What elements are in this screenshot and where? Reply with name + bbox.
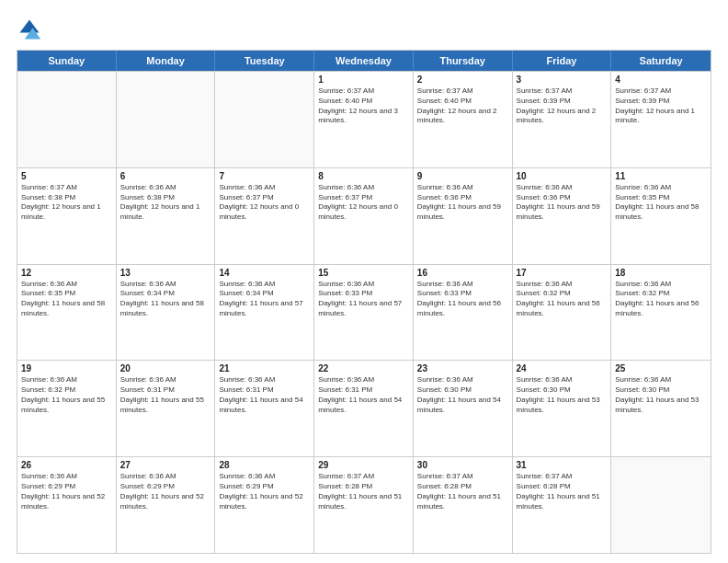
day-info: Sunrise: 6:36 AM Sunset: 6:30 PM Dayligh…: [517, 375, 608, 415]
calendar: SundayMondayTuesdayWednesdayThursdayFrid…: [17, 50, 711, 554]
calendar-cell: 2Sunrise: 6:37 AM Sunset: 6:40 PM Daylig…: [414, 72, 513, 167]
calendar-row-1: 5Sunrise: 6:37 AM Sunset: 6:38 PM Daylig…: [17, 167, 711, 264]
day-number: 8: [318, 171, 409, 181]
calendar-cell: 26Sunrise: 6:36 AM Sunset: 6:29 PM Dayli…: [17, 457, 117, 553]
day-info: Sunrise: 6:36 AM Sunset: 6:29 PM Dayligh…: [120, 472, 211, 511]
day-info: Sunrise: 6:36 AM Sunset: 6:31 PM Dayligh…: [120, 375, 211, 415]
day-number: 3: [517, 75, 608, 85]
day-number: 1: [318, 75, 409, 85]
day-info: Sunrise: 6:36 AM Sunset: 6:37 PM Dayligh…: [219, 183, 310, 223]
calendar-cell: 29Sunrise: 6:37 AM Sunset: 6:28 PM Dayli…: [314, 457, 414, 553]
day-info: Sunrise: 6:36 AM Sunset: 6:30 PM Dayligh…: [615, 375, 707, 415]
day-number: 10: [517, 171, 608, 181]
day-info: Sunrise: 6:36 AM Sunset: 6:33 PM Dayligh…: [417, 280, 508, 319]
day-info: Sunrise: 6:37 AM Sunset: 6:40 PM Dayligh…: [417, 86, 508, 126]
day-info: Sunrise: 6:37 AM Sunset: 6:28 PM Dayligh…: [517, 472, 608, 511]
day-info: Sunrise: 6:36 AM Sunset: 6:29 PM Dayligh…: [21, 472, 112, 511]
day-number: 16: [417, 268, 508, 278]
calendar-cell: 9Sunrise: 6:36 AM Sunset: 6:36 PM Daylig…: [414, 168, 513, 264]
calendar-cell: 3Sunrise: 6:37 AM Sunset: 6:39 PM Daylig…: [513, 72, 612, 167]
day-info: Sunrise: 6:36 AM Sunset: 6:37 PM Dayligh…: [318, 183, 409, 223]
calendar-cell: [215, 72, 314, 167]
day-number: 9: [417, 171, 508, 181]
day-info: Sunrise: 6:36 AM Sunset: 6:32 PM Dayligh…: [21, 375, 112, 415]
day-info: Sunrise: 6:36 AM Sunset: 6:29 PM Dayligh…: [219, 472, 310, 511]
day-info: Sunrise: 6:36 AM Sunset: 6:35 PM Dayligh…: [21, 280, 112, 319]
day-info: Sunrise: 6:36 AM Sunset: 6:31 PM Dayligh…: [318, 375, 409, 415]
calendar-cell: 15Sunrise: 6:36 AM Sunset: 6:33 PM Dayli…: [314, 265, 414, 361]
day-number: 11: [615, 171, 707, 181]
calendar-cell: 12Sunrise: 6:36 AM Sunset: 6:35 PM Dayli…: [17, 265, 117, 361]
calendar-cell: 1Sunrise: 6:37 AM Sunset: 6:40 PM Daylig…: [314, 72, 414, 167]
day-number: 14: [219, 268, 310, 278]
calendar-cell: 7Sunrise: 6:36 AM Sunset: 6:37 PM Daylig…: [215, 168, 314, 264]
calendar-cell: 27Sunrise: 6:36 AM Sunset: 6:29 PM Dayli…: [117, 457, 216, 553]
day-info: Sunrise: 6:36 AM Sunset: 6:32 PM Dayligh…: [517, 280, 608, 319]
calendar-cell: 8Sunrise: 6:36 AM Sunset: 6:37 PM Daylig…: [314, 168, 414, 264]
logo-icon: [17, 17, 42, 42]
page: SundayMondayTuesdayWednesdayThursdayFrid…: [0, 0, 728, 563]
day-number: 20: [120, 363, 211, 373]
calendar-cell: 5Sunrise: 6:37 AM Sunset: 6:38 PM Daylig…: [17, 168, 117, 264]
calendar-cell: [117, 72, 216, 167]
day-number: 15: [318, 268, 409, 278]
logo: [17, 17, 46, 42]
header-day-thursday: Thursday: [414, 51, 513, 71]
calendar-cell: 6Sunrise: 6:36 AM Sunset: 6:38 PM Daylig…: [117, 168, 216, 264]
calendar-cell: 16Sunrise: 6:36 AM Sunset: 6:33 PM Dayli…: [414, 265, 513, 361]
calendar-body: 1Sunrise: 6:37 AM Sunset: 6:40 PM Daylig…: [17, 71, 711, 553]
day-info: Sunrise: 6:37 AM Sunset: 6:28 PM Dayligh…: [318, 472, 409, 511]
calendar-cell: [611, 457, 711, 553]
calendar-cell: 20Sunrise: 6:36 AM Sunset: 6:31 PM Dayli…: [117, 361, 216, 456]
calendar-cell: 17Sunrise: 6:36 AM Sunset: 6:32 PM Dayli…: [513, 265, 612, 361]
calendar-cell: 18Sunrise: 6:36 AM Sunset: 6:32 PM Dayli…: [611, 265, 711, 361]
day-number: 2: [417, 75, 508, 85]
day-number: 19: [21, 363, 112, 373]
day-info: Sunrise: 6:36 AM Sunset: 6:31 PM Dayligh…: [219, 375, 310, 415]
header-day-tuesday: Tuesday: [215, 51, 314, 71]
day-number: 4: [615, 75, 707, 85]
calendar-cell: 30Sunrise: 6:37 AM Sunset: 6:28 PM Dayli…: [414, 457, 513, 553]
calendar-cell: 21Sunrise: 6:36 AM Sunset: 6:31 PM Dayli…: [215, 361, 314, 456]
day-number: 31: [517, 460, 608, 470]
calendar-cell: 28Sunrise: 6:36 AM Sunset: 6:29 PM Dayli…: [215, 457, 314, 553]
day-number: 25: [615, 363, 707, 373]
calendar-row-3: 19Sunrise: 6:36 AM Sunset: 6:32 PM Dayli…: [17, 360, 711, 456]
day-info: Sunrise: 6:36 AM Sunset: 6:36 PM Dayligh…: [417, 183, 508, 223]
day-info: Sunrise: 6:36 AM Sunset: 6:34 PM Dayligh…: [219, 280, 310, 319]
calendar-cell: 23Sunrise: 6:36 AM Sunset: 6:30 PM Dayli…: [414, 361, 513, 456]
day-number: 24: [517, 363, 608, 373]
day-info: Sunrise: 6:36 AM Sunset: 6:33 PM Dayligh…: [318, 280, 409, 319]
day-number: 13: [120, 268, 211, 278]
day-number: 29: [318, 460, 409, 470]
header-day-monday: Monday: [117, 51, 216, 71]
calendar-row-0: 1Sunrise: 6:37 AM Sunset: 6:40 PM Daylig…: [17, 71, 711, 167]
day-info: Sunrise: 6:37 AM Sunset: 6:39 PM Dayligh…: [615, 86, 707, 126]
day-number: 28: [219, 460, 310, 470]
calendar-row-4: 26Sunrise: 6:36 AM Sunset: 6:29 PM Dayli…: [17, 456, 711, 553]
day-number: 17: [517, 268, 608, 278]
day-info: Sunrise: 6:36 AM Sunset: 6:32 PM Dayligh…: [615, 280, 707, 319]
header-day-friday: Friday: [513, 51, 612, 71]
day-info: Sunrise: 6:37 AM Sunset: 6:39 PM Dayligh…: [517, 86, 608, 126]
day-number: 26: [21, 460, 112, 470]
calendar-cell: 11Sunrise: 6:36 AM Sunset: 6:35 PM Dayli…: [611, 168, 711, 264]
day-info: Sunrise: 6:37 AM Sunset: 6:40 PM Dayligh…: [318, 86, 409, 126]
calendar-cell: 22Sunrise: 6:36 AM Sunset: 6:31 PM Dayli…: [314, 361, 414, 456]
day-number: 21: [219, 363, 310, 373]
calendar-cell: 19Sunrise: 6:36 AM Sunset: 6:32 PM Dayli…: [17, 361, 117, 456]
calendar-cell: 10Sunrise: 6:36 AM Sunset: 6:36 PM Dayli…: [513, 168, 612, 264]
header-day-sunday: Sunday: [17, 51, 117, 71]
calendar-cell: 13Sunrise: 6:36 AM Sunset: 6:34 PM Dayli…: [117, 265, 216, 361]
day-number: 30: [417, 460, 508, 470]
header: [17, 17, 711, 42]
header-day-saturday: Saturday: [611, 51, 711, 71]
day-info: Sunrise: 6:36 AM Sunset: 6:36 PM Dayligh…: [517, 183, 608, 223]
header-day-wednesday: Wednesday: [314, 51, 414, 71]
day-number: 5: [21, 171, 112, 181]
day-number: 22: [318, 363, 409, 373]
calendar-cell: 14Sunrise: 6:36 AM Sunset: 6:34 PM Dayli…: [215, 265, 314, 361]
calendar-cell: [17, 72, 117, 167]
day-info: Sunrise: 6:36 AM Sunset: 6:30 PM Dayligh…: [417, 375, 508, 415]
calendar-cell: 24Sunrise: 6:36 AM Sunset: 6:30 PM Dayli…: [513, 361, 612, 456]
